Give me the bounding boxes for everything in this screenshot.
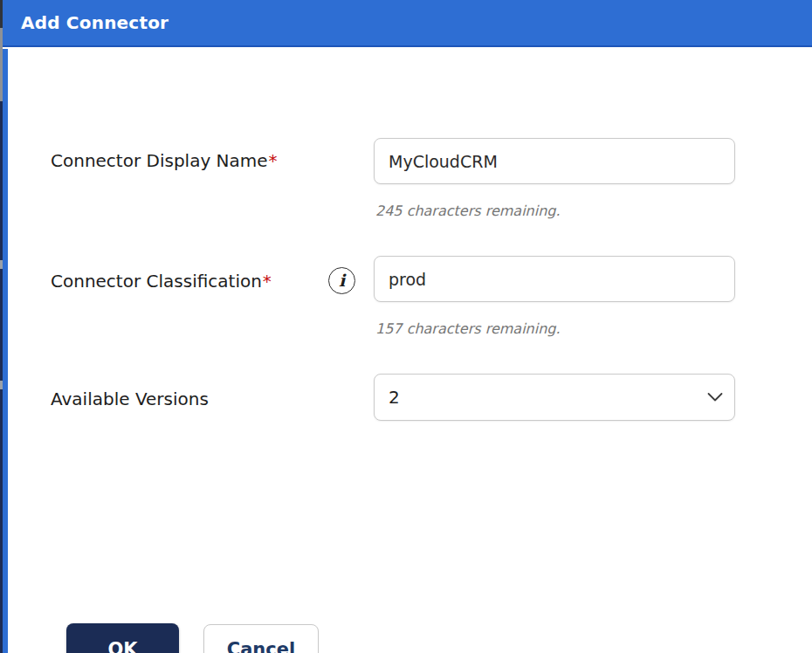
add-connector-dialog: Add Connector Connector Display Name* 24… — [3, 0, 812, 653]
display-name-helper-text: 245 characters remaining. — [375, 203, 561, 219]
ok-button[interactable]: OK — [66, 623, 179, 653]
available-versions-label: Available Versions — [51, 388, 209, 410]
dialog-header: Add Connector — [3, 0, 812, 47]
connector-classification-label-text: Connector Classification — [51, 271, 262, 292]
required-asterisk: * — [269, 150, 278, 171]
info-icon[interactable]: i — [328, 267, 355, 294]
required-asterisk: * — [263, 271, 272, 292]
available-versions-select[interactable]: 2 — [374, 374, 735, 421]
connector-display-name-label: Connector Display Name* — [51, 149, 278, 172]
connector-display-name-label-text: Connector Display Name — [51, 150, 268, 171]
available-versions-label-text: Available Versions — [51, 388, 209, 409]
available-versions-select-wrap: 2 — [374, 374, 735, 421]
dialog-title: Add Connector — [21, 12, 169, 33]
connector-classification-label: Connector Classification* — [51, 270, 272, 292]
connector-classification-input[interactable] — [374, 256, 735, 302]
screen: Add Connector Connector Display Name* 24… — [0, 0, 812, 653]
classification-helper-text: 157 characters remaining. — [375, 320, 561, 337]
connector-display-name-input[interactable] — [374, 138, 735, 184]
cancel-button[interactable]: Cancel — [203, 624, 319, 653]
dialog-body: Connector Display Name* 245 characters r… — [3, 49, 812, 653]
